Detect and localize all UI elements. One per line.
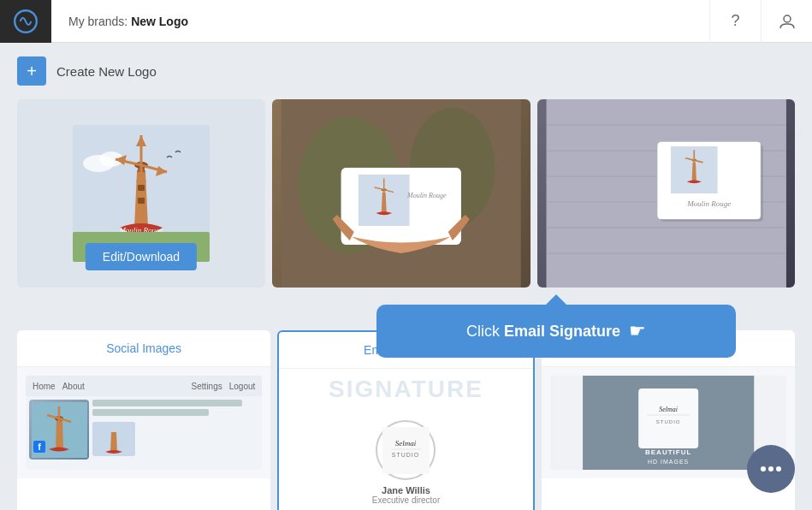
create-logo-label: Create New Logo [56, 64, 157, 79]
svg-text:Selmai: Selmai [395, 439, 417, 448]
mockup-card-business: Moulin Rouge [272, 99, 530, 288]
svg-marker-64 [110, 432, 117, 452]
app-header: My brands: New Logo ? [0, 0, 812, 43]
svg-rect-65 [382, 427, 430, 474]
chat-dot-2 [768, 466, 773, 471]
svg-text:Selmai: Selmai [659, 406, 678, 413]
user-button[interactable] [761, 0, 812, 43]
cursor-icon: ☛ [629, 320, 646, 342]
about-tab: About [62, 382, 85, 391]
person-title: Executive director [372, 495, 440, 505]
help-button[interactable]: ? [709, 0, 761, 43]
sub-header: + Create New Logo [0, 43, 812, 99]
chat-button[interactable] [747, 445, 795, 493]
mockup-card-signage: Moulin Rouge [537, 99, 796, 288]
chat-dot-1 [761, 466, 766, 471]
social-main-image: f [29, 400, 89, 460]
app-logo[interactable] [0, 0, 51, 43]
social-images-header: Social Images [17, 330, 270, 367]
edit-download-button[interactable]: Edit/Download [86, 243, 197, 270]
signage-preview: Moulin Rouge [537, 99, 796, 288]
person-name: Jane Willis [372, 485, 440, 495]
svg-text:HD IMAGES: HD IMAGES [648, 459, 689, 465]
signature-watermark: SIGNATURE [329, 376, 483, 403]
svg-text:BEAUTIFUL: BEAUTIFUL [645, 448, 691, 456]
home-tab: Home [33, 382, 56, 391]
chat-dot-3 [776, 466, 781, 471]
business-card-preview: Moulin Rouge [272, 99, 530, 288]
email-logo: Selmai STUDIO [376, 420, 436, 480]
tooltip-text: Click Email Signature [466, 323, 620, 341]
social-preview: Home About Settings Logout [26, 376, 262, 470]
social-images-body: Home About Settings Logout [17, 367, 270, 478]
svg-rect-17 [138, 198, 145, 204]
create-logo-button[interactable]: + [17, 56, 46, 86]
settings-link: Settings [192, 382, 222, 391]
svg-text:STUDIO: STUDIO [392, 452, 419, 458]
header-brand: My brands: New Logo [51, 15, 709, 28]
logo-card: Moulin Rouge Edit/Download [17, 99, 265, 288]
email-signature-body: SIGNATURE Selmai STUDIO Jane Willis Exec… [279, 369, 532, 510]
svg-text:f: f [38, 442, 41, 452]
top-cards-row: Moulin Rouge Edit/Download [17, 99, 795, 288]
svg-text:STUDIO: STUDIO [655, 419, 680, 424]
social-images-link[interactable]: Social Images [106, 341, 181, 355]
email-preview: Selmai STUDIO Jane Willis Executive dire… [364, 412, 448, 510]
social-side-content [92, 400, 258, 466]
main-content: Moulin Rouge Edit/Download [0, 99, 812, 510]
tooltip-bubble: Click Email Signature ☛ [376, 305, 736, 358]
logout-link: Logout [229, 382, 256, 391]
svg-rect-16 [138, 185, 145, 191]
logo-name: New Logo [131, 15, 188, 28]
brand-label: My brands: [68, 15, 127, 28]
social-content: f [26, 396, 262, 470]
header-actions: ? [709, 0, 812, 43]
svg-text:Moulin Rouge: Moulin Rouge [406, 192, 447, 199]
svg-point-1 [784, 15, 791, 22]
svg-rect-71 [638, 388, 698, 448]
browser-bar: Home About Settings Logout [26, 376, 262, 396]
svg-text:Moulin Rouge: Moulin Rouge [686, 199, 731, 208]
social-images-card: Social Images Home About Settings Logout [17, 330, 270, 510]
